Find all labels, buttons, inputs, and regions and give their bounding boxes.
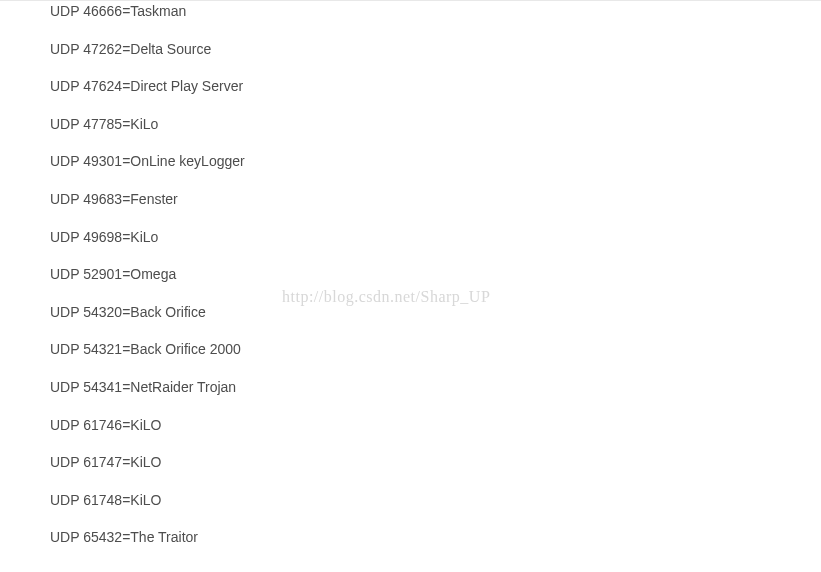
list-item: UDP 47624=Direct Play Server [50,77,821,97]
list-item: UDP 52901=Omega [50,265,821,285]
list-item: UDP 49301=OnLine keyLogger [50,152,821,172]
list-item: UDP 46666=Taskman [50,2,821,22]
list-item: UDP 65432=The Traitor [50,528,821,548]
list-item: UDP 61747=KiLO [50,453,821,473]
list-item: UDP 49698=KiLo [50,228,821,248]
list-item: UDP 47785=KiLo [50,115,821,135]
list-item: UDP 54320=Back Orifice [50,303,821,323]
top-divider [0,0,821,1]
list-item: UDP 49683=Fenster [50,190,821,210]
list-item: UDP 61748=KiLO [50,491,821,511]
port-list: UDP 46666=Taskman UDP 47262=Delta Source… [0,0,821,548]
list-item: UDP 61746=KiLO [50,416,821,436]
list-item: UDP 47262=Delta Source [50,40,821,60]
list-item: UDP 54321=Back Orifice 2000 [50,340,821,360]
list-item: UDP 54341=NetRaider Trojan [50,378,821,398]
